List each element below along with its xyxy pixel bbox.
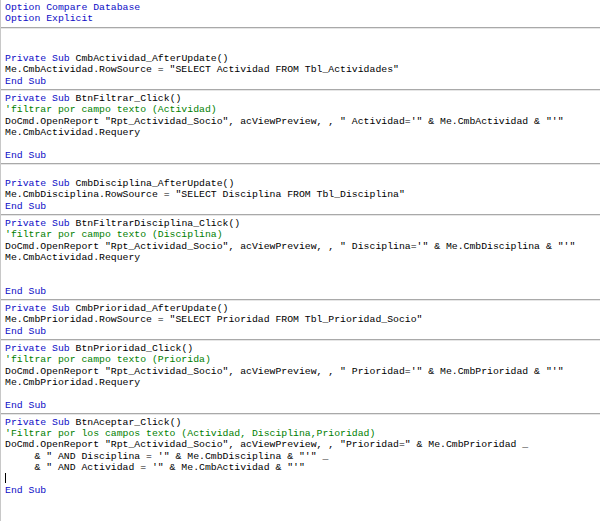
procedure-separator-line (1, 214, 600, 216)
blank-line[interactable] (1, 167, 600, 178)
code-line[interactable]: Me.CmbPrioridad.Requery (1, 377, 600, 388)
code-token: DoCmd.OpenReport "Rpt_Actividad_Socio", … (5, 241, 575, 252)
procedure-separator (1, 87, 600, 93)
code-line[interactable]: End Sub (1, 76, 600, 87)
code-line[interactable]: 'filtrar por campo texto (Priorida) (1, 354, 600, 365)
keyword-token: Private Sub (5, 343, 76, 354)
code-token: Me.CmbDisciplina.RowSource = "SELECT Dis… (5, 189, 405, 200)
vba-code-editor[interactable]: Option Compare DatabaseOption ExplicitPr… (0, 0, 600, 521)
keyword-token: End Sub (5, 286, 46, 297)
comment-token: 'filtrar por campo texto (Priorida) (5, 354, 211, 365)
code-token: BtnPrioridad_Click() (76, 343, 194, 354)
code-line[interactable]: Option Compare Database (1, 2, 600, 13)
code-line[interactable]: Private Sub CmbPrioridad_AfterUpdate() (1, 303, 600, 314)
keyword-token: Private Sub (5, 417, 76, 428)
code-line[interactable] (1, 473, 600, 484)
keyword-token: Private Sub (5, 178, 76, 189)
keyword-token: Private Sub (5, 218, 76, 229)
code-line[interactable]: End Sub (1, 400, 600, 411)
code-line[interactable]: DoCmd.OpenReport "Rpt_Actividad_Socio", … (1, 439, 600, 450)
procedure-separator (1, 161, 600, 167)
procedure-separator-line (1, 339, 600, 341)
code-line[interactable]: Option Explicit (1, 13, 600, 24)
comment-token: 'filtrar por campo texto (Actividad) (5, 104, 217, 115)
code-line[interactable]: Me.CmbActividad.Requery (1, 127, 600, 138)
code-line[interactable]: Me.CmbPrioridad.RowSource = "SELECT Prio… (1, 314, 600, 325)
code-line[interactable]: End Sub (1, 286, 600, 297)
procedure-separator (1, 25, 600, 31)
procedure-separator (1, 337, 600, 343)
code-line[interactable]: Me.CmbDisciplina.RowSource = "SELECT Dis… (1, 189, 600, 200)
code-token: BtnFiltrarDisciplina_Click() (76, 218, 241, 229)
procedure-separator-line (1, 89, 600, 91)
code-token: DoCmd.OpenReport "Rpt_Actividad_Socio", … (5, 439, 528, 450)
comment-token: 'filtrar por campo texto (Disciplina) (5, 229, 223, 240)
code-line[interactable]: DoCmd.OpenReport "Rpt_Actividad_Socio", … (1, 366, 600, 377)
code-token: Me.CmbActividad.Requery (5, 127, 140, 138)
keyword-token: Private Sub (5, 303, 76, 314)
procedure-separator (1, 411, 600, 417)
code-token: CmbActividad_AfterUpdate() (76, 53, 229, 64)
code-line[interactable]: & " AND Disciplina = '" & Me.CmbDiscipli… (1, 451, 600, 462)
code-token: & " AND Disciplina = '" & Me.CmbDiscipli… (5, 451, 328, 462)
code-token: Me.CmbPrioridad.RowSource = "SELECT Prio… (5, 314, 422, 325)
keyword-token: End Sub (5, 485, 46, 496)
keyword-token: Private Sub (5, 53, 76, 64)
procedure-separator-line (1, 299, 600, 301)
blank-line[interactable] (1, 275, 600, 286)
code-line[interactable]: 'Filtrar por los campos texto (Actividad… (1, 428, 600, 439)
code-line[interactable]: Private Sub BtnAceptar_Click() (1, 417, 600, 428)
code-token: BtnFiltrar_Click() (76, 93, 182, 104)
code-token: Me.CmbPrioridad.Requery (5, 377, 140, 388)
keyword-token: End Sub (5, 76, 46, 87)
keyword-token: End Sub (5, 150, 46, 161)
code-line[interactable]: End Sub (1, 201, 600, 212)
comment-token: 'Filtrar por los campos texto (Actividad… (5, 428, 375, 439)
keyword-token: End Sub (5, 326, 46, 337)
keyword-token: Option Compare Database (5, 2, 140, 13)
code-line[interactable]: End Sub (1, 485, 600, 496)
code-line[interactable]: Me.CmbActividad.RowSource = "SELECT Acti… (1, 64, 600, 75)
code-token: DoCmd.OpenReport "Rpt_Actividad_Socio", … (5, 116, 564, 127)
blank-line[interactable] (1, 388, 600, 399)
code-token: CmbDisciplina_AfterUpdate() (76, 178, 235, 189)
blank-line[interactable] (1, 138, 600, 149)
code-line[interactable]: Private Sub BtnPrioridad_Click() (1, 343, 600, 354)
text-cursor (5, 473, 6, 482)
procedure-separator-line (1, 163, 600, 165)
code-line[interactable]: Private Sub CmbActividad_AfterUpdate() (1, 53, 600, 64)
code-token: Me.CmbActividad.RowSource = "SELECT Acti… (5, 64, 399, 75)
blank-line[interactable] (1, 31, 600, 42)
code-token: DoCmd.OpenReport "Rpt_Actividad_Socio", … (5, 366, 564, 377)
code-line[interactable]: Private Sub BtnFiltrarDisciplina_Click() (1, 218, 600, 229)
code-line[interactable]: Private Sub BtnFiltrar_Click() (1, 93, 600, 104)
blank-line[interactable] (1, 263, 600, 274)
code-line[interactable]: 'filtrar por campo texto (Actividad) (1, 104, 600, 115)
code-line[interactable]: End Sub (1, 326, 600, 337)
code-token: Me.CmbActividad.Requery (5, 252, 140, 263)
keyword-token: Private Sub (5, 93, 76, 104)
code-line[interactable]: Me.CmbActividad.Requery (1, 252, 600, 263)
keyword-token: End Sub (5, 201, 46, 212)
code-line[interactable]: 'filtrar por campo texto (Disciplina) (1, 229, 600, 240)
code-line[interactable]: DoCmd.OpenReport "Rpt_Actividad_Socio", … (1, 241, 600, 252)
keyword-token: End Sub (5, 400, 46, 411)
blank-line[interactable] (1, 42, 600, 53)
code-line[interactable]: DoCmd.OpenReport "Rpt_Actividad_Socio", … (1, 116, 600, 127)
procedure-separator (1, 297, 600, 303)
procedure-separator-line (1, 27, 600, 29)
code-token: CmbPrioridad_AfterUpdate() (76, 303, 229, 314)
code-token: & " AND Actividad = '" & Me.CmbActividad… (5, 462, 305, 473)
code-line[interactable]: Private Sub CmbDisciplina_AfterUpdate() (1, 178, 600, 189)
code-line[interactable]: & " AND Actividad = '" & Me.CmbActividad… (1, 462, 600, 473)
code-line[interactable]: End Sub (1, 150, 600, 161)
procedure-separator-line (1, 413, 600, 415)
keyword-token: Option Explicit (5, 13, 93, 24)
procedure-separator (1, 212, 600, 218)
code-token: BtnAceptar_Click() (76, 417, 182, 428)
